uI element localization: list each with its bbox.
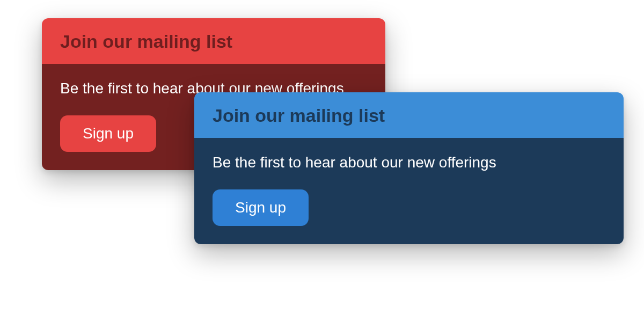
card-body-text: Be the first to hear about our new offer… <box>213 154 605 171</box>
card-title: Join our mailing list <box>60 31 232 52</box>
mailing-list-card-blue: Join our mailing list Be the first to he… <box>194 92 624 244</box>
card-body: Be the first to hear about our new offer… <box>194 138 624 244</box>
sign-up-button[interactable]: Sign up <box>60 115 156 152</box>
sign-up-button[interactable]: Sign up <box>213 189 309 226</box>
card-title: Join our mailing list <box>213 105 385 126</box>
card-header: Join our mailing list <box>42 18 385 64</box>
card-header: Join our mailing list <box>194 92 624 138</box>
